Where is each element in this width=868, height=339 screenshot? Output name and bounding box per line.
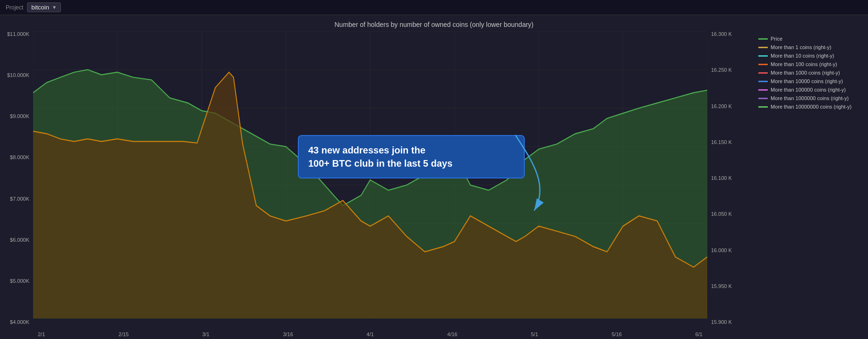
y-axis-left: $11.000K$10.000K$9.000K$8.000K$7.000K$6.… xyxy=(0,31,33,339)
y-axis-right-label: 15.900 K xyxy=(711,319,753,325)
legend-color-swatch xyxy=(758,64,768,65)
legend-area: PriceMore than 1 coins (right-y)More tha… xyxy=(755,31,868,339)
legend-label: More than 1 coins (right-y) xyxy=(771,44,831,50)
y-axis-right-label: 15.950 K xyxy=(711,283,753,289)
legend-item: More than 100 coins (right-y) xyxy=(758,61,864,67)
annotation-text: 43 new addresses join the100+ BTC club i… xyxy=(308,145,452,169)
y-axis-left-label: $4.000K xyxy=(2,319,29,325)
y-axis-left-label: $6.000K xyxy=(2,237,29,243)
legend-color-swatch xyxy=(758,81,768,82)
chart-area: Number of holders by number of owned coi… xyxy=(0,15,868,339)
legend-label: More than 1000000 coins (right-y) xyxy=(771,95,849,101)
legend-label: More than 10000000 coins (right-y) xyxy=(771,104,851,110)
legend-item: More than 10 coins (right-y) xyxy=(758,53,864,59)
legend-label: More than 100000 coins (right-y) xyxy=(771,87,846,93)
legend-label: More than 10000 coins (right-y) xyxy=(771,78,843,84)
y-axis-left-label: $7.000K xyxy=(2,196,29,202)
legend-color-swatch xyxy=(758,89,768,91)
legend-item: More than 10000 coins (right-y) xyxy=(758,78,864,84)
legend-color-swatch xyxy=(758,72,768,74)
project-dropdown[interactable]: bitcoin ▼ xyxy=(27,2,61,12)
y-axis-right-label: 16.100 K xyxy=(711,175,753,181)
project-label: Project xyxy=(6,4,23,11)
x-axis-label: 3/1 xyxy=(202,331,209,337)
x-axis: 2/12/153/13/164/14/165/15/166/1 xyxy=(33,331,707,337)
x-axis-label: 5/16 xyxy=(612,331,622,337)
x-axis-label: 4/16 xyxy=(447,331,457,337)
legend-item: More than 100000 coins (right-y) xyxy=(758,87,864,93)
x-axis-label: 6/1 xyxy=(695,331,703,337)
legend-label: More than 1000 coins (right-y) xyxy=(771,70,840,76)
legend-label: More than 100 coins (right-y) xyxy=(771,61,837,67)
legend-item: More than 1000 coins (right-y) xyxy=(758,70,864,76)
y-axis-left-label: $9.000K xyxy=(2,113,29,119)
annotation-tooltip: 43 new addresses join the100+ BTC club i… xyxy=(298,135,525,178)
y-axis-right-label: 16.150 K xyxy=(711,139,753,145)
y-axis-right-label: 16.200 K xyxy=(711,103,753,109)
legend-color-swatch xyxy=(758,106,768,108)
y-axis-right-label: 16.050 K xyxy=(711,211,753,217)
x-axis-label: 4/1 xyxy=(366,331,373,337)
legend-color-swatch xyxy=(758,38,768,40)
chart-main: 43 new addresses join the100+ BTC club i… xyxy=(33,31,707,339)
legend-color-swatch xyxy=(758,55,768,57)
legend-item: More than 1000000 coins (right-y) xyxy=(758,95,864,101)
legend-label: More than 10 coins (right-y) xyxy=(771,53,834,59)
chart-title: Number of holders by number of owned coi… xyxy=(0,15,868,31)
legend-label: Price xyxy=(771,36,782,42)
x-axis-label: 2/15 xyxy=(119,331,129,337)
y-axis-right-label: 16.000 K xyxy=(711,247,753,253)
x-axis-label: 2/1 xyxy=(38,331,45,337)
y-axis-left-label: $11.000K xyxy=(2,31,29,37)
legend-item: More than 10000000 coins (right-y) xyxy=(758,104,864,110)
y-axis-right-label: 16.300 K xyxy=(711,31,753,37)
x-axis-label: 3/16 xyxy=(283,331,293,337)
project-value: bitcoin xyxy=(31,4,49,11)
y-axis-left-label: $10.000K xyxy=(2,72,29,78)
y-axis-left-label: $5.000K xyxy=(2,278,29,284)
legend-item: Price xyxy=(758,36,864,42)
legend-color-swatch xyxy=(758,98,768,99)
y-axis-right: 16.300 K16.250 K16.200 K16.150 K16.100 K… xyxy=(707,31,755,339)
y-axis-right-label: 16.250 K xyxy=(711,67,753,73)
legend-color-swatch xyxy=(758,47,768,48)
x-axis-label: 5/1 xyxy=(531,331,538,337)
chevron-down-icon: ▼ xyxy=(52,5,57,10)
legend-item: More than 1 coins (right-y) xyxy=(758,44,864,50)
y-axis-left-label: $8.000K xyxy=(2,154,29,160)
